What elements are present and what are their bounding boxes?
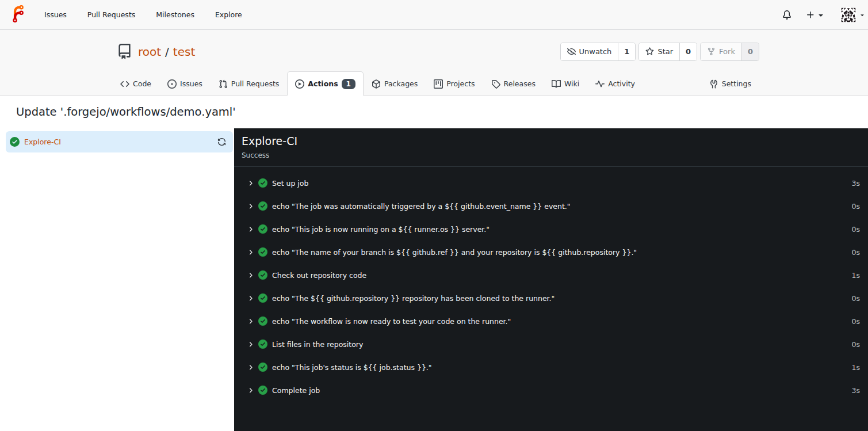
step-row[interactable]: echo "This job is now running on a ${{ r… xyxy=(234,218,868,241)
plus-icon xyxy=(806,10,815,20)
chevron-down-icon xyxy=(859,12,866,18)
tab-label: Wiki xyxy=(564,79,579,88)
star-icon xyxy=(645,47,654,56)
fork-label: Fork xyxy=(719,47,735,56)
notifications-button[interactable] xyxy=(782,0,791,29)
step-row[interactable]: echo "The ${{ github.repository }} repos… xyxy=(234,287,868,310)
tab-label: Packages xyxy=(384,79,418,88)
top-navbar: Issues Pull Requests Milestones Explore xyxy=(0,0,868,30)
step-row[interactable]: Complete job 3s xyxy=(234,379,868,402)
tab-projects[interactable]: Projects xyxy=(426,71,483,96)
user-menu-button[interactable] xyxy=(840,7,866,23)
tab-label: Releases xyxy=(504,79,536,88)
tab-settings[interactable]: Settings xyxy=(701,71,759,96)
chevron-right-icon xyxy=(247,318,254,325)
nav-item-milestones[interactable]: Milestones xyxy=(146,0,205,29)
repo-container: root / test Unwatch 1 Star 0 xyxy=(109,30,759,95)
step-name: Set up job xyxy=(272,179,308,188)
star-label: Star xyxy=(657,47,673,56)
step-name: echo "The job was automatically triggere… xyxy=(272,202,571,211)
check-circle-icon xyxy=(258,178,267,188)
unwatch-button[interactable]: Unwatch xyxy=(561,43,618,60)
step-name: echo "The workflow is now ready to test … xyxy=(272,317,511,326)
check-circle-icon xyxy=(258,270,267,280)
step-row[interactable]: Set up job 3s xyxy=(234,171,868,194)
tab-code[interactable]: Code xyxy=(112,71,159,96)
star-button[interactable]: Star xyxy=(639,43,679,60)
step-row[interactable]: List files in the repository 0s xyxy=(234,333,868,356)
step-duration: 3s xyxy=(852,179,860,188)
nav-item-explore[interactable]: Explore xyxy=(205,0,253,29)
step-row[interactable]: echo "The name of your branch is ${{ git… xyxy=(234,241,868,264)
jobs-sidebar: Explore-CI xyxy=(0,128,234,152)
job-log-title: Explore-CI xyxy=(242,135,859,147)
check-circle-icon xyxy=(258,247,267,257)
fork-button[interactable]: Fork xyxy=(701,43,741,60)
step-row[interactable]: Check out repository code 1s xyxy=(234,264,868,287)
chevron-right-icon xyxy=(247,364,254,371)
step-duration: 1s xyxy=(852,271,860,280)
chevron-right-icon xyxy=(247,203,254,210)
breadcrumb-separator: / xyxy=(165,45,169,59)
check-circle-icon xyxy=(10,137,20,147)
step-row[interactable]: echo "The job was automatically triggere… xyxy=(234,194,868,218)
step-row[interactable]: echo "The workflow is now ready to test … xyxy=(234,310,868,333)
tab-activity[interactable]: Activity xyxy=(587,71,643,96)
check-circle-icon xyxy=(258,201,267,211)
tab-label: Issues xyxy=(180,79,202,88)
tab-pull-requests[interactable]: Pull Requests xyxy=(211,71,287,96)
chevron-down-icon xyxy=(816,10,825,20)
chevron-right-icon xyxy=(247,180,254,187)
tab-label: Activity xyxy=(608,79,635,88)
chevron-right-icon xyxy=(247,272,254,279)
rerun-icon[interactable] xyxy=(217,138,226,146)
nav-item-issues[interactable]: Issues xyxy=(34,0,77,29)
step-duration: 1s xyxy=(852,363,860,372)
chevron-right-icon xyxy=(247,341,254,348)
step-duration: 0s xyxy=(852,225,860,234)
tab-actions[interactable]: Actions 1 xyxy=(287,71,364,96)
code-icon xyxy=(120,79,129,89)
check-circle-icon xyxy=(258,363,267,372)
tag-icon xyxy=(491,79,500,89)
step-row[interactable]: echo "This job's status is ${{ job.statu… xyxy=(234,356,868,379)
repo-name-link[interactable]: test xyxy=(173,45,195,59)
job-steps-list: Set up job 3s echo "The job was automati… xyxy=(234,167,868,402)
tab-issues[interactable]: Issues xyxy=(159,71,211,96)
step-name: List files in the repository xyxy=(272,340,363,349)
breadcrumb: root / test xyxy=(138,45,195,59)
job-log-panel: Explore-CI Success Set up job 3s echo " xyxy=(234,128,868,431)
job-item-explore-ci[interactable]: Explore-CI xyxy=(6,131,233,152)
tab-releases[interactable]: Releases xyxy=(483,71,544,96)
watchers-count[interactable]: 1 xyxy=(618,43,635,60)
unwatch-label: Unwatch xyxy=(579,47,612,56)
check-circle-icon xyxy=(258,386,267,395)
bell-icon xyxy=(782,10,791,20)
project-icon xyxy=(434,79,443,89)
fork-icon xyxy=(707,47,716,56)
package-icon xyxy=(372,79,381,89)
step-duration: 0s xyxy=(852,317,860,326)
step-name: echo "This job is now running on a ${{ r… xyxy=(272,225,490,234)
forks-count[interactable]: 0 xyxy=(741,43,759,60)
forgejo-logo-icon[interactable] xyxy=(10,5,27,22)
repo-icon xyxy=(117,44,132,59)
stars-count[interactable]: 0 xyxy=(679,43,697,60)
step-name: Complete job xyxy=(272,386,320,395)
step-duration: 0s xyxy=(852,340,860,349)
create-new-button[interactable] xyxy=(806,0,825,29)
fork-button-group: Fork 0 xyxy=(700,43,759,61)
tab-wiki[interactable]: Wiki xyxy=(544,71,587,96)
tab-packages[interactable]: Packages xyxy=(364,71,426,96)
step-duration: 0s xyxy=(852,202,860,211)
repo-tabs: Code Issues Pull Requests Actions 1 Pack… xyxy=(109,70,759,95)
nav-item-pull-requests[interactable]: Pull Requests xyxy=(77,0,146,29)
tab-label: Settings xyxy=(722,79,751,88)
user-avatar-identicon xyxy=(840,7,856,23)
navbar-links: Issues Pull Requests Milestones Explore xyxy=(34,0,253,29)
repo-action-buttons: Unwatch 1 Star 0 Fork 0 xyxy=(560,43,760,61)
job-log-status: Success xyxy=(242,151,859,159)
repo-owner-link[interactable]: root xyxy=(138,45,161,59)
tools-icon xyxy=(709,79,718,89)
repo-header: root / test Unwatch 1 Star 0 xyxy=(0,30,868,96)
